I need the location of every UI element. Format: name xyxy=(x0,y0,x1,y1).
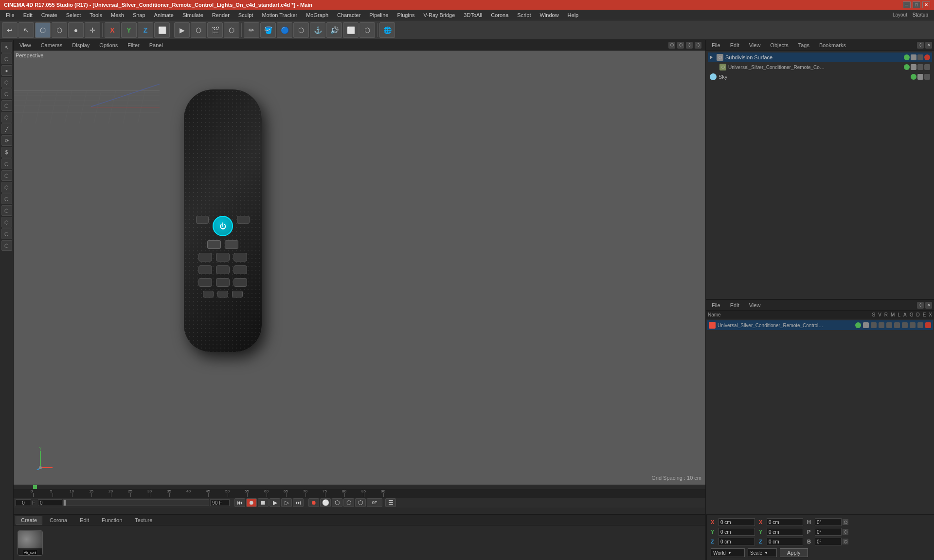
settings-btn[interactable]: 🌐 xyxy=(379,22,395,38)
mat-flag-l[interactable] xyxy=(886,322,892,328)
selection-tool[interactable]: ↖ xyxy=(18,22,34,38)
render-region[interactable]: ▶ xyxy=(174,22,190,38)
sky-vis2[interactable] xyxy=(917,74,923,80)
timeline-mode-1[interactable]: ☰ xyxy=(385,498,396,507)
coord-h-val[interactable]: 0° xyxy=(815,518,842,526)
coord-b-btn[interactable]: ⬡ xyxy=(843,539,848,544)
obj-row-sky[interactable]: Sky xyxy=(708,72,932,82)
left-tool-10[interactable]: ⬡ xyxy=(1,158,12,169)
subdiv-vis1[interactable] xyxy=(904,54,910,60)
obj-row-mesh[interactable]: ⬡ Universal_Silver_Conditioner_Remote_Co… xyxy=(708,62,932,72)
om-tab-view[interactable]: View xyxy=(745,41,765,49)
render-settings[interactable]: 🎬 xyxy=(207,22,223,38)
left-tool-13[interactable]: ⬡ xyxy=(1,193,12,204)
render-output[interactable]: ⬡ xyxy=(224,22,239,38)
left-tool-17[interactable]: ⬡ xyxy=(1,240,12,251)
viewport-tab-view[interactable]: View xyxy=(16,41,35,49)
viewport-tab-options[interactable]: Options xyxy=(95,41,122,49)
om-tab-file[interactable]: File xyxy=(708,41,724,49)
mat-flag-a[interactable] xyxy=(894,322,900,328)
left-tool-7[interactable]: ╱ xyxy=(1,123,12,134)
split-tool[interactable]: ⬡ xyxy=(359,22,375,38)
mat-tab-corona[interactable]: Corona xyxy=(44,516,72,525)
smooth-tool[interactable]: 🔵 xyxy=(277,22,292,38)
move-tool[interactable]: ⬡ xyxy=(35,22,51,38)
vp-icon-4[interactable]: ⬡ xyxy=(695,42,701,49)
mat-flag-v[interactable] xyxy=(863,322,869,328)
mat-flag-e[interactable] xyxy=(917,322,923,328)
mat-row-1[interactable]: Universal_Silver_Conditioner_Remote_Cont… xyxy=(707,320,933,330)
om-icon-2[interactable]: ✕ xyxy=(925,42,932,49)
play-reverse-btn[interactable]: ▷ xyxy=(281,498,292,507)
left-tool-14[interactable]: ⬡ xyxy=(1,205,12,216)
mat-flag-g[interactable] xyxy=(902,322,908,328)
mat-tab-function[interactable]: Function xyxy=(96,516,127,525)
prev-frame-btn[interactable]: ⏺ xyxy=(246,498,257,507)
mm-tab-edit[interactable]: Edit xyxy=(726,301,743,309)
vp-icon-1[interactable]: ⬡ xyxy=(668,42,675,49)
fill-tool[interactable]: 🪣 xyxy=(260,22,276,38)
menu-mograph[interactable]: MoGraph xyxy=(302,11,332,19)
viewport-tab-cameras[interactable]: Cameras xyxy=(37,41,67,49)
sky-vis3[interactable] xyxy=(924,74,930,80)
subdiv-vis3[interactable] xyxy=(917,54,923,60)
connect-tool[interactable]: 🔊 xyxy=(326,22,342,38)
viewport-tab-panel[interactable]: Panel xyxy=(145,41,167,49)
keyframe-btn[interactable]: ⬡ xyxy=(343,498,354,507)
timeline-ruler[interactable]: 0 5 10 15 20 25 30 35 40 45 50 55 60 65 xyxy=(14,489,705,498)
skip-to-start-btn[interactable]: ⏮ xyxy=(234,498,245,507)
remote-power-btn[interactable]: ⏻ xyxy=(213,216,233,236)
left-tool-9[interactable]: $ xyxy=(1,147,12,158)
menu-pipeline[interactable]: Pipeline xyxy=(365,11,392,19)
left-tool-1[interactable]: ⬡ xyxy=(1,53,12,64)
menu-help[interactable]: Help xyxy=(564,11,583,19)
layout-value[interactable]: Startup xyxy=(913,12,928,18)
left-tool-2[interactable]: ● xyxy=(1,65,12,76)
viewport-3d[interactable]: Perspective ⏻ xyxy=(14,51,705,485)
undo-btn[interactable]: ↩ xyxy=(2,22,18,38)
left-tool-0[interactable]: ↖ xyxy=(1,42,12,52)
om-tab-bookmarks[interactable]: Bookmarks xyxy=(815,41,850,49)
apply-button[interactable]: Apply xyxy=(780,548,808,557)
x-axis[interactable]: X xyxy=(105,22,120,38)
close-button[interactable]: ✕ xyxy=(922,1,930,8)
coord-x-pos-val[interactable]: 0 cm xyxy=(718,518,755,526)
mesh-vis1[interactable] xyxy=(904,64,910,70)
material-thumbnail-1[interactable]: Air_coni xyxy=(18,530,43,556)
start-marker[interactable] xyxy=(33,485,37,489)
y-axis[interactable]: Y xyxy=(121,22,137,38)
om-tab-edit[interactable]: Edit xyxy=(726,41,743,49)
paint-tool[interactable]: ✏ xyxy=(244,22,259,38)
subdiv-expand-icon[interactable] xyxy=(710,55,714,59)
mesh-vis3[interactable] xyxy=(917,64,923,70)
om-tab-tags[interactable]: Tags xyxy=(794,41,813,49)
record-btn[interactable]: ⏺ xyxy=(308,498,319,507)
motion-path-btn[interactable]: ⬡ xyxy=(332,498,342,507)
mat-tab-edit[interactable]: Edit xyxy=(74,516,94,525)
left-tool-5[interactable]: ⬡ xyxy=(1,100,12,111)
coord-z-size-val[interactable]: 0 cm xyxy=(767,538,803,545)
om-tab-objects[interactable]: Objects xyxy=(766,41,792,49)
mat-flag-m[interactable] xyxy=(879,322,884,328)
vp-icon-2[interactable]: ⬡ xyxy=(677,42,684,49)
menu-animate[interactable]: Animate xyxy=(150,11,178,19)
menu-window[interactable]: Window xyxy=(536,11,562,19)
coord-p-val[interactable]: 0° xyxy=(815,528,842,536)
menu-plugins[interactable]: Plugins xyxy=(393,11,418,19)
record-auto-btn[interactable]: ⚪ xyxy=(320,498,331,507)
scale-tool[interactable]: ⬡ xyxy=(52,22,67,38)
dissolve-tool[interactable]: ⬜ xyxy=(343,22,359,38)
menu-vray[interactable]: V-Ray Bridge xyxy=(420,11,459,19)
subdiv-vis2[interactable] xyxy=(911,54,916,60)
mm-icon-2[interactable]: ✕ xyxy=(925,302,932,309)
knife-tool[interactable]: ⚓ xyxy=(310,22,325,38)
mat-flag-r[interactable] xyxy=(871,322,877,328)
left-tool-15[interactable]: ⬡ xyxy=(1,217,12,228)
frame-input[interactable]: 0 xyxy=(38,499,62,506)
menu-snap[interactable]: Snap xyxy=(129,11,149,19)
coord-y-size-val[interactable]: 0 cm xyxy=(767,528,803,536)
subdiv-vis4[interactable] xyxy=(924,54,930,60)
coord-y-pos-val[interactable]: 0 cm xyxy=(718,528,755,536)
menu-mesh[interactable]: Mesh xyxy=(107,11,128,19)
left-tool-16[interactable]: ⬡ xyxy=(1,228,12,239)
